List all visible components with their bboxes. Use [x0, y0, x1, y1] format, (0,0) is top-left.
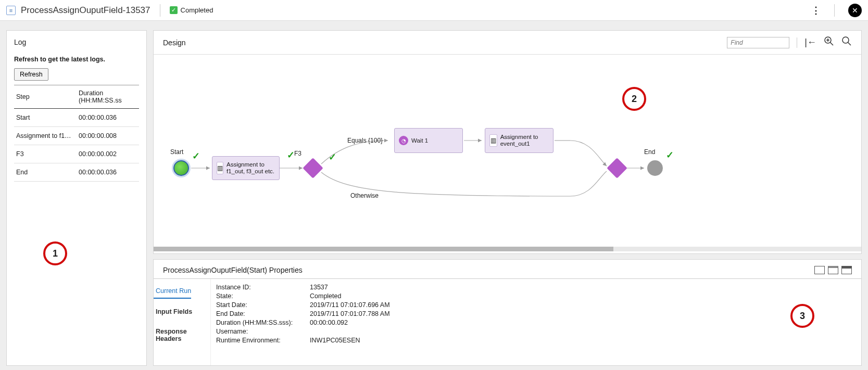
- design-panel: Design |←: [153, 30, 862, 254]
- col-step: Step: [14, 85, 77, 109]
- design-title: Design: [163, 39, 186, 47]
- check-icon: ✓: [666, 149, 674, 161]
- find-input[interactable]: [727, 37, 789, 48]
- right-column: Design |←: [153, 30, 862, 366]
- assignment-node-1[interactable]: ▥ Assignment to f1_out, f3_out etc.: [212, 156, 280, 180]
- branch-bottom-label: Otherwise: [350, 192, 379, 199]
- divider: [160, 4, 160, 17]
- log-title: Log: [14, 38, 139, 46]
- table-row[interactable]: End00:00:00.036: [14, 163, 139, 182]
- svg-line-5: [848, 42, 851, 45]
- table-row[interactable]: Assignment to f1_out, f...00:00:00.008: [14, 127, 139, 145]
- properties-panel: ProcessAssignOuputField(Start) Propertie…: [153, 259, 862, 366]
- branch-top-label: Equals {100}: [347, 137, 383, 144]
- wait-node[interactable]: ◔ Wait 1: [394, 128, 463, 153]
- assignment-icon: ▥: [489, 134, 497, 147]
- doc-icon: ≡: [6, 6, 16, 15]
- status-check-icon: ✓: [170, 6, 178, 14]
- check-icon: ✓: [192, 150, 200, 162]
- assignment-icon: ▥: [217, 162, 223, 174]
- refresh-button[interactable]: Refresh: [14, 68, 48, 81]
- end-label: End: [644, 148, 655, 156]
- col-duration: Duration (HH:MM:SS.ss: [77, 85, 139, 109]
- log-panel: Log Refresh to get the latest logs. Refr…: [6, 30, 147, 366]
- layout-icon-1[interactable]: [814, 266, 825, 274]
- assignment-node-2[interactable]: ▥ Assignment to event_out1: [485, 128, 553, 153]
- page-title: ProcessAssignOuputField-13537: [21, 5, 150, 16]
- properties-kv: Instance ID:13537 State:Completed Start …: [211, 279, 861, 365]
- end-node[interactable]: [647, 160, 663, 176]
- svg-line-1: [830, 42, 833, 45]
- start-node[interactable]: [173, 160, 189, 176]
- layout-icon-2[interactable]: [828, 266, 838, 274]
- check-icon: ✓: [287, 149, 295, 161]
- check-icon: ✓: [329, 151, 336, 163]
- canvas-scrollbar[interactable]: [154, 247, 861, 251]
- clock-icon: ◔: [399, 136, 408, 145]
- decision-label: F3: [294, 150, 301, 157]
- start-label: Start: [170, 148, 183, 156]
- status-label: Completed: [181, 6, 213, 14]
- zoom-in-icon[interactable]: [824, 36, 834, 49]
- design-canvas[interactable]: Start ✓ ▥ Assignment to f1_out, f3_out e…: [154, 55, 861, 247]
- divider: [797, 37, 797, 48]
- status-chip: ✓ Completed: [170, 6, 213, 14]
- divider: [834, 4, 835, 17]
- main-layout: Log Refresh to get the latest logs. Refr…: [0, 21, 868, 370]
- table-row[interactable]: F300:00:00.002: [14, 145, 139, 163]
- log-table: Step Duration (HH:MM:SS.ss Start00:00:00…: [14, 85, 139, 182]
- table-row[interactable]: Start00:00:00.036: [14, 109, 139, 127]
- tab-input-fields[interactable]: Input Fields: [154, 305, 206, 318]
- tab-response-headers[interactable]: Response Headers: [154, 325, 206, 346]
- layout-icon-3[interactable]: [841, 266, 852, 274]
- close-button[interactable]: ✕: [848, 4, 862, 17]
- log-hint: Refresh to get the latest logs.: [14, 56, 139, 63]
- callout-1: 1: [43, 241, 67, 265]
- more-icon[interactable]: ⋮: [811, 5, 821, 16]
- app-header: ≡ ProcessAssignOuputField-13537 ✓ Comple…: [0, 0, 868, 21]
- go-start-icon[interactable]: |←: [804, 37, 816, 48]
- zoom-out-icon[interactable]: [841, 36, 852, 49]
- tab-current-run[interactable]: Current Run: [154, 284, 191, 299]
- properties-title: ProcessAssignOuputField(Start) Propertie…: [163, 266, 303, 274]
